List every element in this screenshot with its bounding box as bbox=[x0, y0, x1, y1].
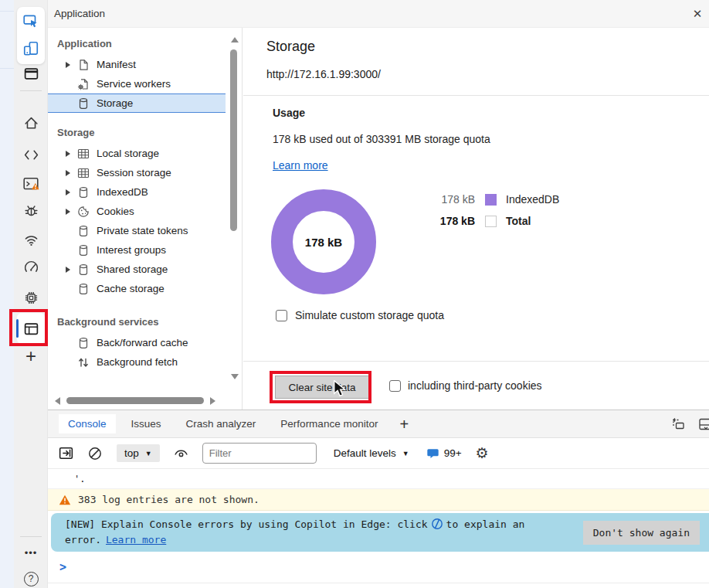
simulate-quota-row: Simulate custom storage quota bbox=[276, 309, 444, 321]
item-label: IndexedDB bbox=[97, 186, 148, 198]
context-selector[interactable]: top ▼ bbox=[117, 444, 160, 462]
memory-icon[interactable] bbox=[14, 286, 48, 309]
simulate-quota-checkbox[interactable] bbox=[276, 310, 287, 321]
dont-show-again-button[interactable]: Don't show again bbox=[583, 521, 700, 545]
inspect-element-icon[interactable] bbox=[14, 9, 48, 32]
focus-page-icon[interactable] bbox=[14, 62, 48, 85]
performance-icon[interactable] bbox=[14, 256, 48, 279]
expander-icon[interactable] bbox=[66, 170, 77, 176]
third-party-cookies-label: including third-party cookies bbox=[408, 379, 542, 392]
legend-label: Total bbox=[506, 215, 531, 227]
sidebar-item-cache-storage[interactable]: Cache storage bbox=[48, 279, 226, 298]
sidebar-item-local-storage[interactable]: Local storage bbox=[48, 144, 226, 163]
panel-title: Application bbox=[54, 8, 105, 19]
tab-performance-monitor[interactable]: Performance monitor bbox=[271, 414, 387, 433]
tab-issues[interactable]: Issues bbox=[122, 414, 171, 433]
scrollbar-left-arrow[interactable] bbox=[55, 397, 60, 405]
application-rail-icon[interactable] bbox=[14, 317, 48, 340]
console-rail-icon[interactable] bbox=[14, 172, 48, 195]
banner-text: [NEW] Explain Console errors by using Co… bbox=[65, 517, 538, 548]
tab-crash-analyzer[interactable]: Crash analyzer bbox=[177, 414, 266, 433]
sidebar-item-storage[interactable]: Storage bbox=[48, 93, 226, 113]
sidebar-item-indexeddb[interactable]: IndexedDB bbox=[48, 182, 226, 202]
live-expression-eye-icon[interactable] bbox=[173, 445, 189, 461]
sidebar-item-service-workers[interactable]: Service workers bbox=[48, 74, 226, 93]
page-title: Storage bbox=[266, 39, 315, 55]
third-party-cookies-checkbox[interactable] bbox=[389, 380, 401, 392]
sidebar-item-session-storage[interactable]: Session storage bbox=[48, 163, 226, 182]
section-background-services: Background services bbox=[48, 312, 242, 333]
legend-row-total: 178 kB Total bbox=[421, 215, 531, 227]
clear-site-data-button[interactable]: Clear site data bbox=[275, 376, 369, 399]
cookie-icon bbox=[77, 206, 90, 218]
expander-icon[interactable] bbox=[66, 267, 77, 273]
close-icon[interactable]: ✕ bbox=[687, 5, 707, 22]
help-icon[interactable]: ? bbox=[14, 567, 48, 588]
expander-icon[interactable] bbox=[66, 62, 77, 68]
sources-icon[interactable] bbox=[14, 143, 48, 166]
expander-icon[interactable] bbox=[66, 151, 77, 157]
messages-count[interactable]: 99+ bbox=[426, 447, 462, 460]
sidebar-item-shared-storage[interactable]: Shared storage bbox=[48, 260, 226, 279]
filter-input[interactable] bbox=[202, 443, 317, 464]
activity-bar: + ••• ? bbox=[14, 0, 48, 588]
database-icon bbox=[77, 263, 90, 276]
console-settings-gear-icon[interactable]: ⚙ bbox=[476, 446, 489, 461]
scrollbar-down-arrow[interactable] bbox=[231, 374, 239, 379]
expander-icon[interactable] bbox=[66, 209, 77, 215]
sidebar-item-background-fetch[interactable]: Background fetch bbox=[48, 352, 226, 372]
welcome-home-icon[interactable] bbox=[14, 111, 48, 134]
item-label: Cookies bbox=[97, 206, 134, 217]
prompt-chevron-icon: > bbox=[59, 560, 66, 574]
vertical-scrollbar-thumb[interactable] bbox=[230, 49, 237, 231]
expander-icon[interactable] bbox=[66, 189, 77, 195]
legend-swatch-total bbox=[485, 216, 497, 227]
add-drawer-tab-icon[interactable]: + bbox=[395, 416, 413, 432]
restore-drawer-icon[interactable] bbox=[670, 416, 686, 432]
page-background-sliver bbox=[0, 0, 14, 588]
section-application: Application bbox=[48, 34, 242, 55]
more-tools-icon[interactable]: ••• bbox=[14, 541, 48, 564]
legend-value: 178 kB bbox=[421, 193, 475, 206]
up-down-arrows-icon bbox=[77, 356, 90, 369]
dock-panel-icon[interactable] bbox=[698, 416, 709, 432]
tab-console[interactable]: Console bbox=[59, 414, 116, 433]
device-emulation-icon[interactable] bbox=[14, 37, 48, 60]
console-drawer: Console Issues Crash analyzer Performanc… bbox=[48, 410, 709, 588]
legend-row-indexeddb: 178 kB IndexedDB bbox=[421, 193, 559, 206]
clear-console-icon[interactable] bbox=[87, 446, 103, 461]
chevron-down-icon: ▼ bbox=[402, 450, 409, 457]
console-sidebar-toggle-icon[interactable] bbox=[58, 445, 74, 461]
divider bbox=[243, 95, 709, 96]
legend-label: IndexedDB bbox=[506, 193, 559, 206]
copilot-icon bbox=[431, 518, 443, 530]
console-toolbar: top ▼ Default levels ▼ 99+ ⚙ bbox=[48, 438, 709, 469]
usage-summary: 178 kB used out of 303391 MB storage quo… bbox=[273, 133, 490, 145]
sidebar-item-cookies[interactable]: Cookies bbox=[48, 202, 226, 221]
application-sidebar: Application Manifest Service bbox=[48, 28, 243, 410]
learn-more-link[interactable]: Learn more bbox=[273, 159, 328, 172]
sidebar-item-interest-groups[interactable]: Interest groups bbox=[48, 240, 226, 260]
console-prompt[interactable]: > bbox=[48, 552, 709, 574]
item-label: Local storage bbox=[97, 148, 159, 159]
network-icon[interactable] bbox=[14, 228, 48, 251]
scrollbar-right-arrow[interactable] bbox=[210, 397, 215, 405]
item-label: Interest groups bbox=[97, 244, 166, 256]
devtools-window: + ••• ? Application ✕ Application Manife… bbox=[0, 0, 709, 588]
sidebar-item-private-state-tokens[interactable]: Private state tokens bbox=[48, 221, 226, 240]
debugger-bug-icon[interactable] bbox=[14, 199, 48, 222]
database-icon bbox=[77, 186, 90, 199]
sidebar-item-back-forward-cache[interactable]: Back/forward cache bbox=[48, 333, 226, 352]
add-tools-icon[interactable]: + bbox=[14, 345, 48, 368]
sidebar-item-manifest[interactable]: Manifest bbox=[48, 55, 226, 74]
scrollbar-up-arrow[interactable] bbox=[231, 37, 239, 42]
banner-text-before: [NEW] Explain Console errors by using Co… bbox=[65, 518, 428, 530]
item-label: Background fetch bbox=[97, 356, 178, 368]
console-log-fragment: '. bbox=[48, 469, 709, 489]
context-selector-value: top bbox=[124, 447, 139, 459]
log-levels-selector[interactable]: Default levels ▼ bbox=[334, 447, 409, 459]
banner-learn-more-link[interactable]: Learn more bbox=[106, 534, 166, 546]
divider bbox=[243, 361, 709, 362]
horizontal-scrollbar-thumb[interactable] bbox=[66, 397, 204, 404]
storage-donut-chart: 178 kB bbox=[271, 189, 376, 294]
